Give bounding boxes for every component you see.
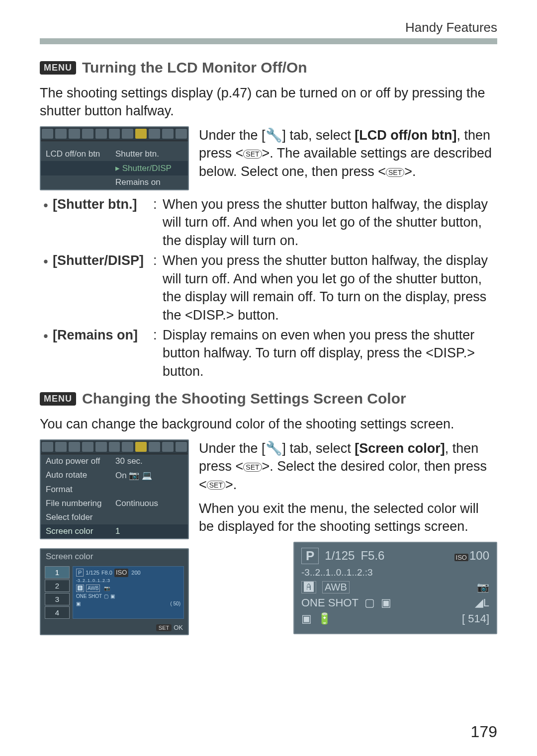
preview-iso: 200 <box>131 569 140 576</box>
menu-item-label: Select folder <box>46 512 115 522</box>
sd-iso: 100 <box>469 549 489 562</box>
bullet-text: When you press the shutter button halfwa… <box>163 252 497 324</box>
menu-badge-icon: MENU <box>40 392 76 406</box>
section1-right-para: Under the [🔧] tab, select [LCD off/on bt… <box>199 126 497 180</box>
awb-icon: AWB <box>322 581 350 593</box>
bullet-label: [Shutter/DISP] <box>53 252 152 269</box>
menu-row: Format <box>41 483 188 497</box>
bullet-shutter-disp: • [Shutter/DISP] : When you press the sh… <box>40 252 497 324</box>
bullet-dot-icon: • <box>40 252 52 270</box>
menu-tabs <box>41 127 188 141</box>
menu-option-2-row: Remains on <box>41 175 188 189</box>
menu-item-label: Format <box>46 485 115 495</box>
section2-para1: Under the [🔧] tab, select [Screen color]… <box>199 439 497 494</box>
menu-row-selected: Screen color 1 <box>41 524 188 538</box>
section1-heading-text: Turning the LCD Monitor Off/On <box>82 59 307 76</box>
bullet-dot-icon: • <box>40 195 52 214</box>
page-header-right: Handy Features <box>40 20 497 35</box>
bullet-sep: : <box>153 252 157 269</box>
menu-screenshot-lcd: LCD off/on btn Shutter btn. ▸ Shutter/DI… <box>40 126 189 190</box>
set-icon: SET <box>386 168 404 177</box>
preview-af: ONE SHOT <box>76 593 102 599</box>
menu-item-value: On 📷 💻 <box>115 470 152 481</box>
metering-icon: ▣ <box>381 596 391 609</box>
sd-scale: -3..2..1..0..1..2.:3 <box>301 567 373 578</box>
bullet-text: Display remains on even when you press t… <box>163 326 497 380</box>
section1-bullets: • [Shutter btn.] : When you press the sh… <box>40 195 497 380</box>
shooting-settings-preview: P 1/125 F5.6 ISO100 -3..2..1..0..1..2.:3… <box>293 542 497 634</box>
sd-shutter: 1/125 <box>325 549 355 563</box>
sd-shots: [ 514] <box>462 612 489 625</box>
sd-aperture: F5.6 <box>360 549 384 563</box>
drive-icon: ▢ <box>364 596 375 609</box>
bullet-label: [Shutter btn.] <box>53 195 152 213</box>
menu-row: Select folder <box>41 510 188 524</box>
focus-icon: ▣ <box>301 612 312 625</box>
menu-row: Auto power off 30 sec. <box>41 454 188 468</box>
menu-row: Auto rotate On 📷 💻 <box>41 468 188 483</box>
set-icon: SET <box>243 463 262 472</box>
menu-badge-icon: MENU <box>40 61 76 75</box>
menu-option-0: Shutter btn. <box>115 149 159 159</box>
bullet-label: [Remains on] <box>53 326 152 344</box>
screen-color-picker: Screen color 1 2 3 4 P 1/125 F8.0 ISO200 <box>40 548 189 635</box>
color-option-4: 4 <box>45 606 70 619</box>
raw-icon: ◢L <box>475 596 489 609</box>
menu-item-label: File numbering <box>46 499 115 508</box>
set-icon: SET <box>207 481 225 490</box>
menu-screenshot-setup: Auto power off 30 sec. Auto rotate On 📷 … <box>40 439 189 539</box>
menu-item-value: 1 <box>115 526 120 536</box>
page-number: 179 <box>471 723 497 741</box>
preview-shutter: 1/125 <box>86 569 99 576</box>
sd-mode: P <box>301 548 319 564</box>
battery-icon: 🔋 <box>318 612 331 625</box>
bullet-text: When you press the shutter button halfwa… <box>163 195 497 250</box>
menu-tabs <box>41 440 188 454</box>
section2-intro: You can change the background color of t… <box>40 415 497 433</box>
quality-icon: 📷 <box>477 581 489 593</box>
color-option-3: 3 <box>45 593 70 605</box>
menu-option-1-row: ▸ Shutter/DISP <box>41 161 188 175</box>
menu-option-2: Remains on <box>115 177 161 187</box>
menu-row: File numbering Continuous <box>41 497 188 510</box>
menu-item-label: Auto power off <box>46 456 115 466</box>
bullet-remains-on: • [Remains on] : Display remains on even… <box>40 326 497 380</box>
bullet-dot-icon: • <box>40 326 52 345</box>
section2-heading: MENU Changing the Shooting Settings Scre… <box>40 390 497 407</box>
iso-icon: ISO <box>454 554 468 561</box>
section2-heading-text: Changing the Shooting Settings Screen Co… <box>82 390 406 407</box>
set-icon: SET <box>243 150 262 159</box>
menu-item-value: Continuous <box>115 499 158 508</box>
sd-af: ONE SHOT <box>301 596 358 609</box>
wrench-icon: 🔧 <box>266 441 282 456</box>
sc-preview: P 1/125 F8.0 ISO200 -3..2..1..0..1..2.:3… <box>73 566 184 619</box>
color-option-2: 2 <box>45 580 70 592</box>
set-icon: SET <box>156 624 172 631</box>
bullet-shutter-btn: • [Shutter btn.] : When you press the sh… <box>40 195 497 250</box>
section1-intro: The shooting settings display (p.47) can… <box>40 84 497 120</box>
wrench-icon: 🔧 <box>266 128 282 143</box>
menu-item-label: Screen color <box>46 526 115 536</box>
sc-title: Screen color <box>41 549 188 564</box>
section1-heading: MENU Turning the LCD Monitor Off/On <box>40 59 497 76</box>
preview-scale: -3..2..1..0..1..2.:3 <box>76 578 180 584</box>
menu-row-lcd: LCD off/on btn Shutter btn. <box>41 147 188 161</box>
bullet-sep: : <box>153 326 157 344</box>
preview-aperture: F8.0 <box>101 569 112 576</box>
menu-item-label: LCD off/on btn <box>46 149 115 159</box>
bullet-sep: : <box>153 195 157 213</box>
preview-mode: P <box>76 569 84 577</box>
menu-item-label: Auto rotate <box>46 470 115 480</box>
section2-para2: When you exit the menu, the selected col… <box>199 500 497 536</box>
sc-footer: SETOK <box>41 623 188 632</box>
menu-option-1: Shutter/DISP <box>122 164 172 173</box>
header-rule <box>40 38 497 44</box>
menu-item-value: 30 sec. <box>115 456 143 466</box>
picture-style-icon: 🅰 <box>301 581 316 593</box>
color-option-1: 1 <box>45 566 70 579</box>
